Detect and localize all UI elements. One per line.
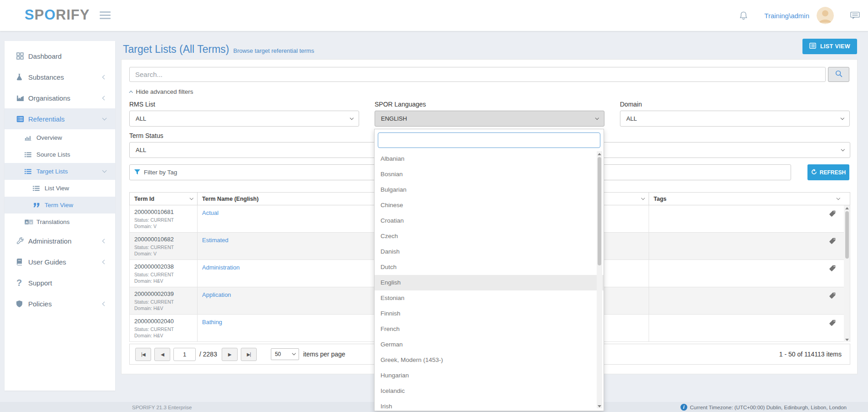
items-range-label: 1 - 50 of 114113 items — [779, 351, 842, 358]
term-status: Status: CURRENT — [134, 244, 193, 250]
next-page-button[interactable] — [222, 348, 238, 361]
search-button[interactable] — [828, 67, 849, 82]
page-size-select[interactable]: 50 — [271, 348, 299, 360]
sidebar-item-administration[interactable]: Administration — [5, 230, 115, 251]
sidebar-item-user-guides[interactable]: User Guides — [5, 251, 115, 272]
tag-icon[interactable] — [829, 210, 836, 219]
sidebar-item-referentials[interactable]: Referentials — [5, 108, 115, 129]
sidebar-item-support[interactable]: Support — [5, 272, 115, 293]
app-logo[interactable]: SPORIFY — [25, 7, 90, 23]
chevron-down-icon — [102, 168, 107, 173]
language-option[interactable]: Hungarian — [375, 368, 604, 383]
term-name-link[interactable]: Bathing — [202, 319, 222, 326]
sidebar: Dashboard Substances Organisations Refer… — [5, 41, 115, 391]
sidebar-item-overview[interactable]: Overview — [5, 129, 115, 146]
language-option[interactable]: Danish — [375, 244, 604, 259]
app-version: SPORIFY 21.3 Enterprise — [132, 405, 192, 410]
column-header-term-name[interactable]: Term Name (English) — [197, 193, 376, 205]
sidebar-item-label: Source Lists — [36, 151, 70, 158]
language-option[interactable]: Chinese — [375, 198, 604, 213]
language-search-input[interactable] — [378, 132, 600, 148]
term-status: Status: CURRENT — [134, 326, 193, 332]
menu-toggle-icon[interactable] — [100, 11, 111, 21]
sidebar-item-policies[interactable]: Policies — [5, 293, 115, 314]
tag-icon[interactable] — [829, 292, 836, 300]
tag-icon[interactable] — [829, 238, 836, 246]
list-view-button[interactable]: LIST VIEW — [802, 39, 857, 54]
term-status-value: ALL — [136, 147, 146, 153]
term-id: 200000002038 — [134, 263, 193, 270]
refresh-button[interactable]: REFRESH — [807, 164, 849, 180]
sidebar-item-target-lists[interactable]: Target Lists — [5, 163, 115, 180]
domain-value: ALL — [626, 115, 637, 122]
flask-icon — [16, 73, 28, 81]
sidebar-item-organisations[interactable]: Organisations — [5, 87, 115, 108]
language-option[interactable]: Irish — [375, 399, 604, 412]
sidebar-item-label: Policies — [28, 300, 52, 308]
current-user[interactable]: Training\admin — [764, 12, 809, 20]
language-options-list: Albanian Bosnian Bulgarian Chinese Croat… — [375, 151, 604, 412]
toggle-label: Hide advanced filters — [136, 88, 193, 95]
dropdown-scrollbar[interactable] — [597, 151, 602, 408]
language-option[interactable]: German — [375, 337, 604, 352]
wrench-icon — [16, 237, 28, 244]
chevron-left-icon — [102, 75, 107, 79]
term-name-link[interactable]: Estimated — [202, 237, 228, 244]
scroll-up-arrow[interactable] — [845, 207, 849, 209]
question-icon — [16, 278, 28, 288]
column-header-term-id[interactable]: Term Id — [129, 193, 197, 205]
term-domain: Domain: V — [134, 250, 193, 257]
table-scrollbar[interactable] — [844, 205, 850, 342]
language-option[interactable]: Bulgarian — [375, 182, 604, 198]
column-label: Tags — [654, 196, 666, 202]
language-option[interactable]: Albanian — [375, 151, 604, 167]
sidebar-item-source-lists[interactable]: Source Lists — [5, 146, 115, 163]
rms-list-select[interactable]: ALL — [129, 111, 359, 127]
sidebar-item-list-view[interactable]: List View — [5, 180, 115, 197]
notifications-bell-icon[interactable] — [739, 11, 748, 20]
language-option[interactable]: Estonian — [375, 290, 604, 306]
scroll-down-arrow[interactable] — [845, 339, 849, 341]
language-option[interactable]: Greek, Modern (1453-) — [375, 352, 604, 368]
scroll-down-arrow[interactable] — [598, 405, 601, 407]
language-option[interactable]: Dutch — [375, 259, 604, 275]
language-option[interactable]: Icelandic — [375, 383, 604, 399]
feedback-chat-icon[interactable] — [850, 11, 860, 20]
language-option[interactable]: French — [375, 321, 604, 337]
sidebar-item-translations[interactable]: Ax Translations — [5, 214, 115, 230]
language-option[interactable]: Croatian — [375, 213, 604, 229]
term-name-link[interactable]: Application — [202, 291, 231, 298]
language-option[interactable]: Czech — [375, 229, 604, 244]
chevron-down-icon — [595, 116, 599, 120]
term-name-link[interactable]: Administration — [202, 264, 239, 271]
spor-languages-select[interactable]: ENGLISH — [375, 111, 604, 127]
scrollbar-thumb[interactable] — [845, 211, 849, 259]
sidebar-item-term-view[interactable]: Term View — [5, 197, 115, 214]
spor-languages-dropdown: Albanian Bosnian Bulgarian Chinese Croat… — [374, 129, 604, 411]
sidebar-item-substances[interactable]: Substances — [5, 66, 115, 87]
first-page-button[interactable] — [135, 348, 151, 361]
shield-icon — [16, 300, 28, 307]
term-name-link[interactable]: Actual — [202, 209, 218, 216]
language-option[interactable]: Bosnian — [375, 167, 604, 182]
language-option[interactable]: Finnish — [375, 306, 604, 321]
last-page-button[interactable] — [241, 348, 257, 361]
sidebar-item-label: Support — [28, 279, 52, 287]
previous-page-button[interactable] — [154, 348, 170, 361]
domain-select[interactable]: ALL — [620, 111, 850, 127]
search-input[interactable] — [129, 67, 826, 82]
chevron-down-icon — [102, 116, 107, 120]
language-option-selected[interactable]: English — [375, 275, 604, 290]
user-avatar[interactable] — [817, 7, 834, 24]
scroll-up-arrow[interactable] — [598, 153, 601, 155]
page-number-input[interactable] — [173, 348, 196, 361]
column-header-spacer — [844, 193, 850, 205]
chevron-up-icon — [129, 91, 133, 95]
scrollbar-thumb[interactable] — [598, 157, 601, 265]
tag-icon[interactable] — [829, 320, 836, 328]
chevron-down-icon — [292, 351, 296, 355]
sidebar-item-dashboard[interactable]: Dashboard — [5, 46, 115, 66]
hide-advanced-filters-toggle[interactable]: Hide advanced filters — [130, 88, 849, 95]
column-header-tags[interactable]: Tags — [649, 193, 844, 205]
tag-icon[interactable] — [829, 265, 836, 273]
